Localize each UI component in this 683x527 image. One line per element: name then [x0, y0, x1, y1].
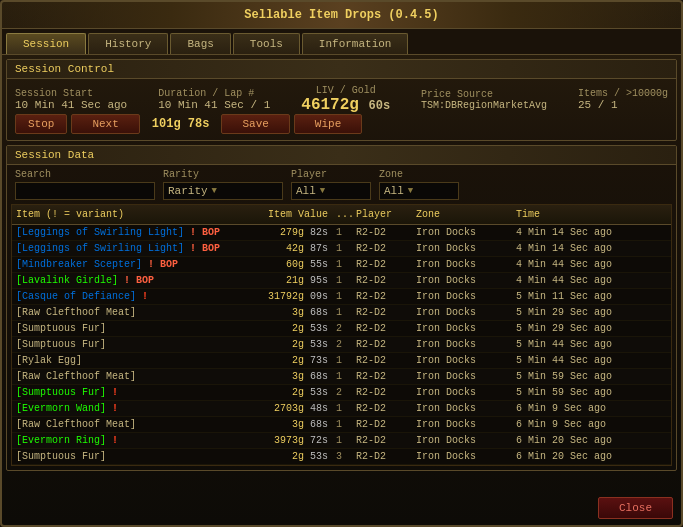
- cell-item: [Sumptuous Fur]: [12, 338, 232, 351]
- cell-time: 5 Min 29 Sec ago: [512, 322, 632, 335]
- cell-zone: Iron Docks: [412, 226, 512, 239]
- tab-session[interactable]: Session: [6, 33, 86, 54]
- rarity-label: Rarity: [163, 169, 283, 180]
- cell-item: [Raw Clefthoof Meat]: [12, 418, 232, 431]
- save-button[interactable]: Save: [221, 114, 289, 134]
- cell-qty: 2: [332, 386, 352, 399]
- rarity-dropdown[interactable]: Rarity ▼: [163, 182, 283, 200]
- tab-tools[interactable]: Tools: [233, 33, 300, 54]
- player-dropdown[interactable]: All ▼: [291, 182, 371, 200]
- table-row[interactable]: [Mindbreaker Scepter] ! BOP 60g 55s 1 R2…: [12, 257, 671, 273]
- cell-value: 2g 53s: [232, 322, 332, 335]
- col-time[interactable]: Time: [512, 207, 632, 222]
- session-start-value: 10 Min 41 Sec ago: [15, 99, 127, 111]
- items-count-value: 25 / 1: [578, 99, 668, 111]
- tab-information[interactable]: Information: [302, 33, 409, 54]
- cell-time: 6 Min 9 Sec ago: [512, 418, 632, 431]
- cell-item: [Leggings of Swirling Light] ! BOP: [12, 226, 232, 239]
- cell-player: R2-D2: [352, 338, 412, 351]
- cell-zone: Iron Docks: [412, 354, 512, 367]
- cell-item: [Evermorn Ring] !: [12, 434, 232, 447]
- cell-player: R2-D2: [352, 418, 412, 431]
- table-row[interactable]: [Casque of Defiance] ! 31792g 09s 1 R2-D…: [12, 289, 671, 305]
- liv-gold-label: LIV / Gold: [301, 85, 390, 96]
- cell-item: [Sumptuous Fur]: [12, 450, 232, 463]
- cell-value: 2g 53s: [232, 450, 332, 463]
- stop-button[interactable]: Stop: [15, 114, 67, 134]
- table-row[interactable]: [Sumptuous Fur] 2g 53s 3 R2-D2 Iron Dock…: [12, 449, 671, 465]
- zone-dropdown[interactable]: All ▼: [379, 182, 459, 200]
- cell-time: 6 Min 20 Sec ago: [512, 434, 632, 447]
- cell-player: R2-D2: [352, 226, 412, 239]
- meta-row: Session Start 10 Min 41 Sec ago Duration…: [15, 85, 668, 114]
- col-item[interactable]: Item (! = variant): [12, 207, 232, 222]
- duration-label: Duration / Lap #: [158, 88, 270, 99]
- cell-item: [Raw Clefthoof Meat]: [12, 370, 232, 383]
- tab-history[interactable]: History: [88, 33, 168, 54]
- session-data-header: Session Data: [7, 146, 676, 165]
- table-row[interactable]: [Leggings of Swirling Light] ! BOP 42g 8…: [12, 241, 671, 257]
- cell-zone: Iron Docks: [412, 274, 512, 287]
- close-button[interactable]: Close: [598, 497, 673, 519]
- cell-value: 2g 73s: [232, 354, 332, 367]
- cell-player: R2-D2: [352, 402, 412, 415]
- cell-player: R2-D2: [352, 306, 412, 319]
- cell-time: 5 Min 44 Sec ago: [512, 354, 632, 367]
- rarity-group: Rarity Rarity ▼: [163, 169, 283, 200]
- cell-time: 6 Min 20 Sec ago: [512, 450, 632, 463]
- cell-qty: 1: [332, 370, 352, 383]
- tab-bags[interactable]: Bags: [170, 33, 230, 54]
- table-row[interactable]: [Sumptuous Fur] 2g 53s 2 R2-D2 Iron Dock…: [12, 337, 671, 353]
- cell-time: 5 Min 44 Sec ago: [512, 338, 632, 351]
- wipe-button[interactable]: Wipe: [294, 114, 362, 134]
- next-button[interactable]: Next: [71, 114, 139, 134]
- cell-zone: Iron Docks: [412, 338, 512, 351]
- meta-main-gold: LIV / Gold 46172g 60s: [301, 85, 390, 114]
- zone-group: Zone All ▼: [379, 169, 459, 200]
- search-input[interactable]: [15, 182, 155, 200]
- cell-value: 3g 68s: [232, 306, 332, 319]
- col-value[interactable]: Item Value: [232, 207, 332, 222]
- small-silver-value: 78s: [188, 117, 210, 131]
- table-row[interactable]: [Raw Clefthoof Meat] 3g 68s 1 R2-D2 Iron…: [12, 369, 671, 385]
- duration-value: 10 Min 41 Sec / 1: [158, 99, 270, 111]
- cell-item: [Rylak Egg]: [12, 354, 232, 367]
- table-row[interactable]: [Rylak Egg] 2g 73s 1 R2-D2 Iron Docks 5 …: [12, 353, 671, 369]
- cell-item: [Lavalink Girdle] ! BOP: [12, 274, 232, 287]
- small-gold-value: 101g: [152, 117, 181, 131]
- cell-qty: 1: [332, 402, 352, 415]
- items-table: Item (! = variant) Item Value ... Player…: [11, 204, 672, 466]
- zone-arrow-icon: ▼: [408, 186, 413, 196]
- table-body: [Leggings of Swirling Light] ! BOP 279g …: [12, 225, 671, 465]
- cell-time: 5 Min 29 Sec ago: [512, 306, 632, 319]
- table-row[interactable]: [Evermorn Wand] ! 2703g 48s 1 R2-D2 Iron…: [12, 401, 671, 417]
- price-source-value: TSM:DBRegionMarketAvg: [421, 100, 547, 111]
- main-window: Sellable Item Drops (0.4.5) Session Hist…: [0, 0, 683, 527]
- cell-zone: Iron Docks: [412, 306, 512, 319]
- table-row[interactable]: [Sumptuous Fur] 2g 53s 2 R2-D2 Iron Dock…: [12, 321, 671, 337]
- table-row[interactable]: [Leggings of Swirling Light] ! BOP 279g …: [12, 225, 671, 241]
- player-label: Player: [291, 169, 371, 180]
- col-dots: ...: [332, 207, 352, 222]
- cell-qty: 1: [332, 290, 352, 303]
- meta-duration: Duration / Lap # 10 Min 41 Sec / 1: [158, 88, 270, 111]
- cell-qty: 1: [332, 274, 352, 287]
- cell-player: R2-D2: [352, 322, 412, 335]
- cell-value: 2703g 48s: [232, 402, 332, 415]
- table-row[interactable]: [Evermorn Ring] ! 3973g 72s 1 R2-D2 Iron…: [12, 433, 671, 449]
- table-row[interactable]: [Raw Clefthoof Meat] 3g 68s 1 R2-D2 Iron…: [12, 417, 671, 433]
- table-row[interactable]: [Raw Clefthoof Meat] 3g 68s 1 R2-D2 Iron…: [12, 305, 671, 321]
- table-row[interactable]: [Sumptuous Fur] ! 2g 53s 2 R2-D2 Iron Do…: [12, 385, 671, 401]
- gold-amount: 46172g: [301, 96, 359, 114]
- meta-price-source: Price Source TSM:DBRegionMarketAvg: [421, 89, 547, 111]
- search-filter-row: Search Rarity Rarity ▼ Player All ▼ Zone: [7, 165, 676, 204]
- col-zone[interactable]: Zone: [412, 207, 512, 222]
- cell-zone: Iron Docks: [412, 242, 512, 255]
- cell-time: 4 Min 14 Sec ago: [512, 242, 632, 255]
- table-row[interactable]: [Lavalink Girdle] ! BOP 21g 95s 1 R2-D2 …: [12, 273, 671, 289]
- silver-amount: 60s: [369, 99, 391, 113]
- cell-item: [Raw Clefthoof Meat]: [12, 306, 232, 319]
- col-player[interactable]: Player: [352, 207, 412, 222]
- cell-item: [Casque of Defiance] !: [12, 290, 232, 303]
- session-control-section: Session Control Session Start 10 Min 41 …: [6, 59, 677, 141]
